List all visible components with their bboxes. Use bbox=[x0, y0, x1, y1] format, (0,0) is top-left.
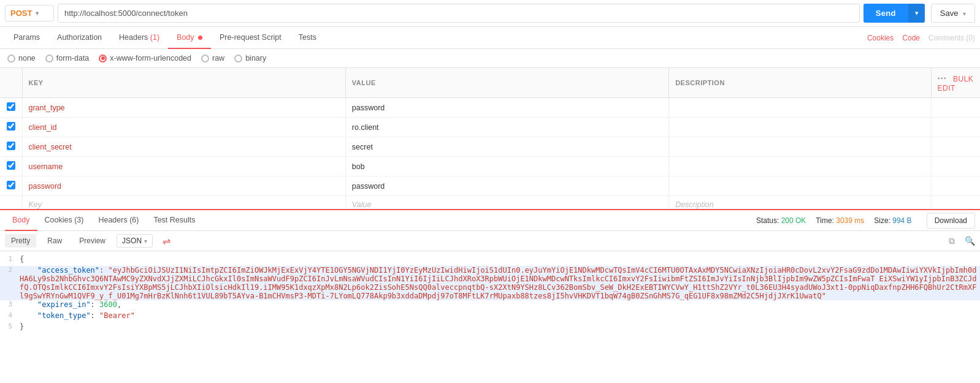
format-row: Pretty Raw Preview JSON ▾ ⇌ ⧉ 🔍 bbox=[0, 231, 980, 251]
code-link[interactable]: Code bbox=[902, 34, 920, 42]
tab-headers[interactable]: Headers (1) bbox=[110, 27, 168, 49]
resp-tab-cookies[interactable]: Cookies (3) bbox=[37, 210, 91, 231]
resp-tab-test-results[interactable]: Test Results bbox=[146, 210, 202, 231]
row-check-cell[interactable] bbox=[0, 176, 22, 196]
resp-tab-headers[interactable]: Headers (6) bbox=[91, 210, 146, 231]
row-desc-cell[interactable] bbox=[669, 98, 931, 118]
row-key-cell[interactable]: client_secret bbox=[22, 137, 345, 157]
code-area: 1{2 "access_token": "eyJhbGciOiJSUzI1NiI… bbox=[0, 251, 980, 337]
row-desc-cell[interactable] bbox=[669, 176, 931, 196]
send-dropdown-button[interactable]: ▾ bbox=[908, 4, 925, 23]
code-line: 3 "expires_in": 3600, bbox=[0, 300, 980, 311]
code-line: 2 "access_token": "eyJhbGciOiJSUzI1NiIsI… bbox=[0, 266, 980, 300]
size-value: 994 B bbox=[892, 216, 911, 225]
radio-none[interactable]: none bbox=[7, 54, 36, 63]
fmt-tab-pretty[interactable]: Pretty bbox=[5, 234, 36, 248]
row-checkbox[interactable] bbox=[7, 161, 15, 170]
row-action-cell bbox=[931, 118, 980, 137]
request-tabs-row: Params Authorization Headers (1) Body Pr… bbox=[0, 27, 980, 49]
format-type-label: JSON bbox=[122, 237, 142, 245]
row-checkbox[interactable] bbox=[7, 102, 15, 111]
placeholder-key[interactable]: Key bbox=[22, 196, 345, 210]
method-chevron-icon: ▾ bbox=[36, 10, 39, 17]
th-value: VALUE bbox=[345, 68, 668, 98]
radio-binary[interactable]: binary bbox=[234, 54, 266, 63]
radio-raw[interactable]: raw bbox=[201, 54, 224, 63]
url-input[interactable] bbox=[58, 4, 860, 23]
radio-circle-form-data bbox=[45, 55, 53, 63]
status-label: Status: 200 OK bbox=[756, 216, 806, 225]
row-value-cell[interactable]: bob bbox=[345, 157, 668, 176]
method-select[interactable]: POST ▾ bbox=[5, 5, 54, 21]
th-description: DESCRIPTION bbox=[669, 68, 931, 98]
row-key-cell[interactable]: password bbox=[22, 176, 345, 196]
time-value: 3039 ms bbox=[836, 216, 864, 225]
row-check-cell[interactable] bbox=[0, 118, 22, 137]
resp-tab-body[interactable]: Body bbox=[5, 210, 37, 231]
row-check-cell[interactable] bbox=[0, 98, 22, 118]
row-key-cell[interactable]: grant_type bbox=[22, 98, 345, 118]
format-type-chevron: ▾ bbox=[144, 238, 147, 245]
search-icon[interactable]: 🔍 bbox=[965, 236, 975, 246]
row-checkbox[interactable] bbox=[7, 142, 15, 150]
radio-urlencoded[interactable]: x-www-form-urlencoded bbox=[99, 54, 191, 63]
row-key-cell[interactable]: client_id bbox=[22, 118, 345, 137]
table-row: client_secret secret bbox=[0, 137, 980, 157]
placeholder-desc[interactable]: Description bbox=[669, 196, 931, 210]
code-line: 4 "token_type": "Bearer" bbox=[0, 311, 980, 322]
row-value-cell[interactable]: password bbox=[345, 176, 668, 196]
format-type-select[interactable]: JSON ▾ bbox=[117, 234, 153, 248]
size-label: Size: 994 B bbox=[874, 216, 911, 225]
format-icon[interactable]: ⇌ bbox=[163, 235, 170, 247]
row-value-cell[interactable]: secret bbox=[345, 137, 668, 157]
tab-pre-request[interactable]: Pre-request Script bbox=[211, 27, 290, 49]
row-action-cell bbox=[931, 98, 980, 118]
radio-form-data[interactable]: form-data bbox=[45, 54, 90, 63]
body-options: none form-data x-www-form-urlencoded raw… bbox=[0, 49, 980, 68]
download-button[interactable]: Download bbox=[927, 213, 975, 229]
row-value-cell[interactable]: password bbox=[345, 98, 668, 118]
save-chevron-icon: ▾ bbox=[963, 10, 966, 17]
th-actions: ··· Bulk Edit bbox=[931, 68, 980, 98]
cookies-link[interactable]: Cookies bbox=[867, 34, 894, 42]
placeholder-value[interactable]: Value bbox=[345, 196, 668, 210]
tab-body[interactable]: Body bbox=[168, 27, 211, 49]
row-action-cell bbox=[931, 137, 980, 157]
copy-icon[interactable]: ⧉ bbox=[949, 236, 955, 246]
status-value: 200 OK bbox=[781, 216, 806, 225]
tab-params[interactable]: Params bbox=[5, 27, 48, 49]
tabs-right: Cookies Code Comments (0) bbox=[867, 34, 975, 42]
comments-link[interactable]: Comments (0) bbox=[928, 34, 975, 42]
code-line: 5} bbox=[0, 322, 980, 333]
save-button[interactable]: Save ▾ bbox=[931, 4, 975, 23]
table-row: client_id ro.client bbox=[0, 118, 980, 137]
row-checkbox[interactable] bbox=[7, 181, 15, 189]
row-desc-cell[interactable] bbox=[669, 137, 931, 157]
table-placeholder-row: Key Value Description bbox=[0, 196, 980, 210]
radio-circle-none bbox=[7, 55, 15, 63]
send-button[interactable]: Send bbox=[863, 4, 908, 23]
table-row: grant_type password bbox=[0, 98, 980, 118]
tab-tests[interactable]: Tests bbox=[290, 27, 325, 49]
fmt-tab-preview[interactable]: Preview bbox=[73, 234, 112, 248]
tab-authorization[interactable]: Authorization bbox=[48, 27, 110, 49]
top-bar: POST ▾ Send ▾ Save ▾ bbox=[0, 0, 980, 27]
row-check-cell[interactable] bbox=[0, 137, 22, 157]
row-desc-cell[interactable] bbox=[669, 118, 931, 137]
send-btn-group: Send ▾ bbox=[863, 4, 925, 23]
body-dot bbox=[198, 36, 202, 40]
fmt-tab-raw[interactable]: Raw bbox=[41, 234, 68, 248]
row-check-cell[interactable] bbox=[0, 157, 22, 176]
row-value-cell[interactable]: ro.client bbox=[345, 118, 668, 137]
radio-circle-raw bbox=[201, 55, 209, 63]
params-table-container: KEY VALUE DESCRIPTION ··· Bulk Edit gran… bbox=[0, 68, 980, 209]
table-row: password password bbox=[0, 176, 980, 196]
th-key: KEY bbox=[22, 68, 345, 98]
row-checkbox[interactable] bbox=[7, 122, 15, 131]
time-label: Time: 3039 ms bbox=[816, 216, 864, 225]
row-key-cell[interactable]: username bbox=[22, 157, 345, 176]
radio-circle-binary bbox=[234, 55, 242, 63]
row-desc-cell[interactable] bbox=[669, 157, 931, 176]
more-dots-icon[interactable]: ··· bbox=[938, 73, 947, 83]
radio-circle-urlencoded bbox=[99, 55, 107, 63]
